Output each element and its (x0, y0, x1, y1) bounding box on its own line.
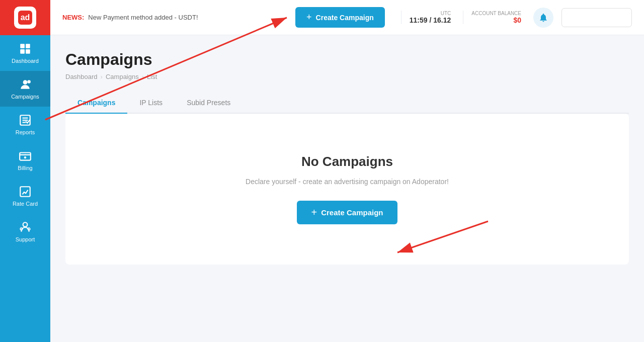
tab-subid-presets[interactable]: Subid Presets (175, 93, 243, 114)
tab-ip-lists[interactable]: IP Lists (127, 93, 175, 114)
sidebar-item-support[interactable]: Support (0, 214, 50, 249)
sidebar-item-rate-card[interactable]: Rate Card (0, 178, 50, 214)
sidebar-logo: ad (0, 0, 50, 35)
svg-point-15 (23, 222, 28, 227)
breadcrumb-sep-2: › (142, 73, 144, 80)
rate-card-icon (19, 185, 32, 198)
empty-title: No Campaigns (301, 154, 393, 169)
svg-rect-10 (20, 153, 31, 160)
notification-button[interactable] (533, 8, 553, 28)
empty-description: Declare yourself - create an advertising… (246, 178, 449, 186)
svg-rect-14 (20, 187, 30, 197)
sidebar-item-billing[interactable]: Billing (0, 142, 50, 178)
tab-campaigns[interactable]: Campaigns (65, 93, 127, 114)
center-create-campaign-button[interactable]: + Create Campaign (297, 201, 397, 224)
breadcrumb: Dashboard › Campaigns › List (65, 73, 629, 80)
news-banner: NEWS: New Payment method added - USDT! (62, 14, 287, 21)
news-label: NEWS: (62, 14, 84, 21)
utc-label: UTC (441, 11, 451, 16)
svg-point-4 (23, 80, 28, 84)
sidebar-item-campaigns[interactable]: Campaigns (0, 71, 50, 107)
breadcrumb-list: List (147, 73, 157, 80)
svg-rect-1 (26, 44, 30, 48)
account-balance-value: $0 (513, 16, 521, 24)
account-balance-label: ACCOUNT BALANCE (471, 11, 521, 16)
support-icon (19, 221, 32, 234)
logo-icon: ad (14, 7, 36, 29)
sidebar: ad Dashboard Campaigns Reports (0, 0, 50, 342)
sidebar-item-reports[interactable]: Reports (0, 107, 50, 142)
header-create-campaign-button[interactable]: + Create Campaign (295, 7, 385, 28)
account-block: ACCOUNT BALANCE $0 (463, 11, 521, 24)
page-title: Campaigns (65, 50, 629, 69)
center-plus-icon: + (311, 207, 317, 218)
svg-rect-3 (26, 49, 30, 54)
billing-icon (19, 149, 32, 162)
svg-point-12 (24, 156, 26, 158)
news-text: New Payment method added - USDT! (88, 14, 198, 21)
bell-icon (538, 13, 548, 23)
topbar: NEWS: New Payment method added - USDT! +… (50, 0, 644, 35)
utc-time: 11:59 / 16.12 (410, 16, 451, 24)
empty-state-container: No Campaigns Declare yourself - create a… (65, 114, 629, 265)
time-block: UTC 11:59 / 16.12 (401, 11, 451, 24)
svg-rect-2 (20, 49, 25, 54)
campaigns-icon (19, 78, 32, 91)
breadcrumb-sep-1: › (101, 73, 103, 80)
dashboard-icon (19, 42, 32, 55)
user-profile[interactable] (561, 8, 632, 27)
logo-text: ad (18, 11, 32, 25)
tabs: Campaigns IP Lists Subid Presets (65, 93, 629, 114)
breadcrumb-dashboard[interactable]: Dashboard (65, 73, 98, 80)
content-area: Campaigns Dashboard › Campaigns › List C… (50, 35, 644, 342)
reports-icon (19, 114, 32, 127)
svg-point-17 (28, 228, 30, 230)
sidebar-item-dashboard[interactable]: Dashboard (0, 35, 50, 71)
main-area: NEWS: New Payment method added - USDT! +… (50, 0, 644, 342)
svg-rect-0 (20, 44, 25, 48)
plus-icon: + (306, 12, 312, 23)
breadcrumb-campaigns[interactable]: Campaigns (106, 73, 139, 80)
svg-point-16 (20, 228, 22, 230)
